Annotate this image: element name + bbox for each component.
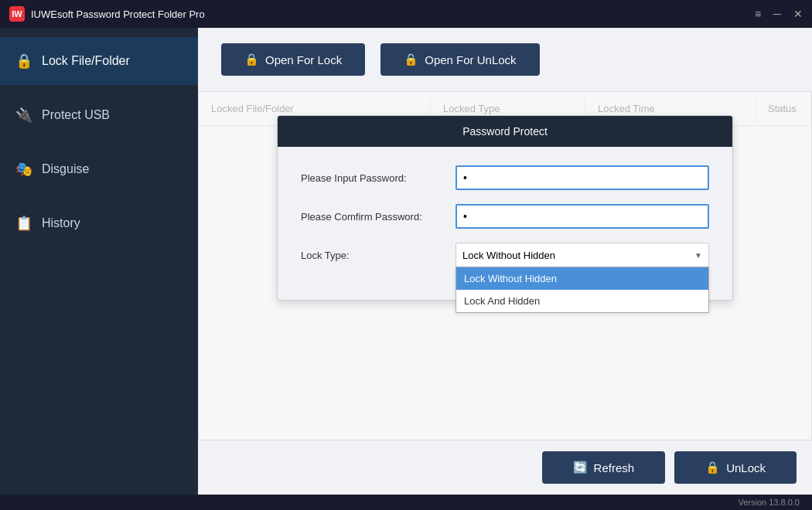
lock-icon-btn: 🔒 bbox=[705, 461, 720, 474]
password-protect-dialog: Password Protect Please Input Password: … bbox=[277, 115, 733, 301]
confirm-password-label: Please Comfirm Password: bbox=[301, 211, 455, 223]
open-for-lock-label: Open For Lock bbox=[265, 53, 342, 66]
lock-type-label: Lock Type: bbox=[301, 250, 455, 261]
sidebar-item-protect-usb[interactable]: 🔌 Protect USB bbox=[0, 91, 198, 139]
usb-icon: 🔌 bbox=[15, 107, 32, 124]
sidebar-item-label-disguise: Disguise bbox=[42, 162, 89, 176]
lock-type-dropdown[interactable]: Lock Without Hidden ▼ Lock Without Hidde… bbox=[455, 243, 709, 267]
sidebar-item-label-history: History bbox=[42, 216, 80, 230]
minimize-button[interactable]: ─ bbox=[773, 8, 781, 19]
open-for-unlock-label: Open For UnLock bbox=[425, 53, 516, 66]
dialog-title: Password Protect bbox=[278, 116, 732, 147]
lock-type-row: Lock Type: Lock Without Hidden ▼ Lock Wi… bbox=[301, 243, 709, 267]
app-title: IUWEsoft Password Protect Folder Pro bbox=[31, 8, 755, 20]
password-label: Please Input Password: bbox=[301, 172, 455, 184]
history-icon: 📋 bbox=[15, 215, 32, 232]
top-buttons-area: 🔒 Open For Lock 🔒 Open For UnLock bbox=[198, 28, 812, 91]
password-input[interactable] bbox=[455, 165, 709, 190]
sidebar-item-disguise[interactable]: 🎭 Disguise bbox=[0, 145, 198, 193]
dropdown-option-lock-without-hidden[interactable]: Lock Without Hidden bbox=[456, 267, 708, 290]
dropdown-options-list: Lock Without Hidden Lock And Hidden bbox=[455, 267, 709, 313]
dropdown-option-lock-and-hidden[interactable]: Lock And Hidden bbox=[456, 290, 708, 312]
sidebar-item-label-usb: Protect USB bbox=[42, 108, 110, 122]
version-text: Version 13.8.0.0 bbox=[738, 498, 800, 507]
mask-icon: 🎭 bbox=[15, 161, 32, 178]
sidebar-item-lock-file-folder[interactable]: 🔒 Lock File/Folder bbox=[0, 37, 198, 85]
open-for-lock-button[interactable]: 🔒 Open For Lock bbox=[221, 43, 365, 76]
main-content: 🔒 Lock File/Folder 🔌 Protect USB 🎭 Disgu… bbox=[0, 28, 812, 495]
dialog-body: Please Input Password: Please Comfirm Pa… bbox=[278, 147, 732, 300]
password-row: Please Input Password: bbox=[301, 165, 709, 190]
refresh-button[interactable]: 🔄 Refresh bbox=[542, 451, 666, 484]
unlock-button[interactable]: 🔒 UnLock bbox=[674, 451, 797, 484]
version-footer: Version 13.8.0.0 bbox=[0, 495, 812, 510]
open-for-unlock-button[interactable]: 🔒 Open For UnLock bbox=[380, 43, 539, 76]
bottom-buttons-area: 🔄 Refresh 🔒 UnLock bbox=[198, 440, 812, 495]
sidebar: 🔒 Lock File/Folder 🔌 Protect USB 🎭 Disgu… bbox=[0, 28, 198, 495]
lock-icon: 🔒 bbox=[15, 53, 32, 70]
refresh-label: Refresh bbox=[594, 461, 635, 474]
close-button[interactable]: ✕ bbox=[793, 8, 803, 19]
dropdown-selected-display[interactable]: Lock Without Hidden ▼ bbox=[455, 243, 709, 267]
unlock-btn-icon: 🔒 bbox=[404, 53, 418, 66]
titlebar: IW IUWEsoft Password Protect Folder Pro … bbox=[0, 0, 812, 28]
dialog-overlay: Password Protect Please Input Password: … bbox=[199, 92, 811, 440]
unlock-label: UnLock bbox=[726, 461, 766, 474]
sidebar-item-label-lock: Lock File/Folder bbox=[42, 54, 130, 68]
confirm-password-input[interactable] bbox=[455, 204, 709, 229]
dropdown-selected-text: Lock Without Hidden bbox=[462, 250, 555, 261]
right-panel: 🔒 Open For Lock 🔒 Open For UnLock Locked… bbox=[198, 28, 812, 495]
window-controls: ≡ ─ ✕ bbox=[755, 8, 803, 19]
refresh-icon: 🔄 bbox=[573, 461, 588, 474]
chevron-down-icon: ▼ bbox=[694, 251, 702, 260]
sidebar-item-history[interactable]: 📋 History bbox=[0, 199, 198, 247]
confirm-password-row: Please Comfirm Password: bbox=[301, 204, 709, 229]
lock-btn-icon: 🔒 bbox=[244, 53, 259, 66]
app-logo: IW bbox=[9, 6, 25, 22]
table-area: Locked File/Folder Locked Type Locked Ti… bbox=[198, 91, 812, 440]
menu-button[interactable]: ≡ bbox=[755, 8, 761, 19]
